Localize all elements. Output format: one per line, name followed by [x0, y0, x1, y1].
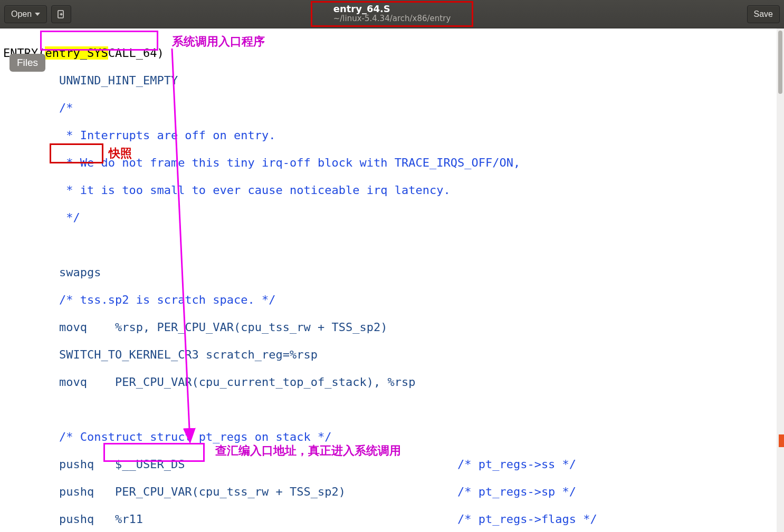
save-button[interactable]: Save	[747, 5, 780, 23]
code-blank	[3, 403, 781, 417]
code-comment: /* tss.sp2 is scratch space. */	[3, 293, 781, 307]
document-path: ~/linux-5.4.34/arch/x86/entry	[333, 14, 451, 23]
files-button-label: Files	[17, 57, 38, 68]
title-bar: Open entry_64.S ~/linux-5.4.34/arch/x86/…	[0, 0, 784, 28]
scroll-thumb[interactable]	[778, 31, 782, 94]
code-text: UNWIND_HINT_EMPTY	[3, 74, 781, 88]
code-comment: */	[3, 211, 781, 225]
vertical-scrollbar[interactable]	[777, 28, 784, 532]
code-text: pushq %r11	[3, 512, 143, 526]
annotation-label-swapgs: 快照	[109, 146, 132, 161]
annotation-label-do-syscall: 查汇编入口地址，真正进入系统调用	[215, 443, 401, 459]
document-title: entry_64.S	[333, 4, 451, 14]
code-text: swapgs	[3, 266, 781, 279]
open-button-label: Open	[11, 9, 32, 19]
code-text: CALL_64)	[108, 46, 164, 60]
code-comment: /* pt_regs->ss */	[457, 458, 576, 471]
title-box-annotation: entry_64.S ~/linux-5.4.34/arch/x86/entry	[311, 1, 474, 26]
open-button[interactable]: Open	[4, 5, 47, 23]
code-text: pushq PER_CPU_VAR(cpu_tss_rw + TSS_sp2)	[3, 485, 346, 498]
code-text: pushq $__USER_DS	[3, 458, 185, 471]
launcher-fragment	[779, 434, 784, 447]
code-blank	[3, 238, 781, 252]
code-comment: * it is too small to ever cause noticeab…	[3, 183, 781, 197]
new-tab-button[interactable]	[51, 5, 71, 23]
save-button-label: Save	[754, 9, 773, 19]
code-text: movq PER_CPU_VAR(cpu_current_top_of_stac…	[3, 375, 781, 389]
code-comment: /* pt_regs->sp */	[457, 485, 576, 498]
new-document-icon	[56, 9, 66, 19]
code-text: movq %rsp, PER_CPU_VAR(cpu_tss_rw + TSS_…	[3, 321, 781, 334]
chevron-down-icon	[35, 13, 40, 16]
code-comment: /*	[3, 101, 781, 115]
code-comment: /* Construct struct pt_regs on stack */	[3, 430, 781, 444]
files-button[interactable]: Files	[9, 54, 45, 72]
code-comment: * Interrupts are off on entry.	[3, 129, 781, 142]
highlight-entry-sys: entry_SYS	[45, 46, 108, 60]
code-comment: /* pt_regs->flags */	[457, 512, 597, 526]
annotation-label-entry: 系统调用入口程序	[172, 34, 265, 50]
code-text: SWITCH_TO_KERNEL_CR3 scratch_reg=%rsp	[3, 348, 781, 362]
